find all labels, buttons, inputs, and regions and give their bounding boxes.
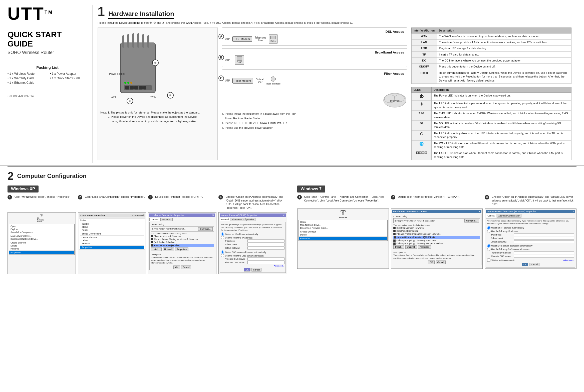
led-lan-icon: 🔲🔲🔲🔲 (412, 150, 432, 160)
xp-lac-disable[interactable]: Disable (80, 222, 144, 226)
led-2g-desc: The 2.4G LED indicator is on when 2.4GHz… (432, 110, 571, 120)
fiber-access-box: C Fiber Access UTP Fiber Modem Optical F… (222, 70, 407, 87)
win7-menu-map[interactable]: Map Network Drive... (299, 224, 388, 226)
win7-tcpip-cancel[interactable]: Cancel (529, 263, 539, 266)
dns2-input[interactable] (247, 261, 284, 264)
xp-tcpip-cancel[interactable]: Cancel (251, 268, 261, 272)
xp-screenshot-3: Local Area Connection Properties ✕ Gener… (148, 212, 216, 274)
xp-cb3[interactable] (151, 241, 153, 243)
xp-menu-rename[interactable]: Rename (9, 247, 74, 250)
win7-gateway[interactable] (514, 240, 574, 243)
xp-menu-search[interactable]: Search for Computers... (9, 231, 74, 234)
xp-cb2[interactable] (151, 238, 153, 240)
win7-dns2[interactable] (514, 255, 574, 258)
xp-lac-rename[interactable]: Rename (80, 242, 144, 245)
win7-tcpip-ok[interactable]: OK (522, 263, 528, 266)
win7-static-dns[interactable]: Use the following DNS server addresses: (487, 248, 574, 251)
internet-cloud-area: Internet (222, 91, 407, 109)
xp-menu-delete[interactable]: Delete (9, 244, 74, 247)
xp-cb4[interactable] (151, 244, 153, 246)
win7-cb1[interactable] (393, 227, 396, 229)
table-row: LAN These interfaces provide a LAN conne… (412, 39, 571, 45)
subnet-input[interactable] (247, 243, 284, 246)
win7-tab-alt[interactable]: Alternate Configuration (497, 214, 521, 218)
xp-static-dns-radio[interactable]: Use the following DNS server addresses: (221, 254, 284, 257)
win7-cb2[interactable] (393, 230, 396, 232)
led-5g-desc: The 5G LED indicator is on when 5GHz Wir… (432, 120, 571, 130)
xp-lac-props-tabs: General Advanced (149, 218, 215, 221)
win7-menu-properties[interactable]: Properties (299, 237, 388, 240)
win7-menu-disconnect[interactable]: Disconnect Network Drive... (299, 226, 388, 230)
xp-cb1[interactable] (151, 235, 153, 237)
win7-cb5[interactable] (393, 240, 396, 242)
xp-lac-shortcut[interactable]: Create Shortcut (80, 236, 144, 239)
xp-cancel-btn[interactable]: Cancel (181, 266, 191, 269)
svg-rect-11 (139, 86, 143, 90)
win7-configure-btn[interactable]: Configure... (464, 219, 479, 222)
dns1-input[interactable] (247, 258, 284, 260)
xp-menu-shortcut[interactable]: Create Shortcut (9, 241, 74, 244)
packing-item-1: • 1 x Wireless Router (8, 72, 45, 76)
xp-lac-repair[interactable]: Repair (80, 228, 144, 232)
xp-lac-bridge[interactable]: Bridge Connections (80, 232, 144, 235)
configure-button[interactable]: Configure... (198, 227, 213, 231)
win7-dns1[interactable] (514, 251, 574, 254)
win7-install-btn[interactable]: Install... (393, 245, 404, 249)
windows7-header: Windows 7 (297, 186, 325, 192)
svg-rect-32 (41, 215, 42, 216)
led-sys-icon: ✳ (412, 100, 432, 110)
xp-install-btn[interactable]: Install... (151, 248, 161, 251)
xp-properties-btn[interactable]: Properties (175, 248, 188, 251)
xp-menu-explore[interactable]: Explore (9, 228, 74, 231)
win7-cb4[interactable] (394, 236, 396, 238)
xp-tcpip-ok[interactable]: OK (244, 268, 250, 272)
svg-text:①: ① (169, 94, 172, 97)
win7-props-btn[interactable]: Properties (418, 245, 431, 249)
win7-menu-shortcut[interactable]: Create Shortcut (299, 230, 388, 233)
ip-input[interactable] (247, 240, 284, 242)
xp-menu-open[interactable]: Open (9, 225, 74, 228)
win7-tcpip-tabs: General Alternate Configuration (486, 214, 575, 218)
xp-lac-properties[interactable]: Properties (80, 246, 144, 249)
win7-ip-input[interactable] (514, 233, 574, 236)
win7-menu-delete[interactable]: Delete (299, 233, 388, 236)
xp-ok-btn[interactable]: OK (173, 266, 180, 269)
xp-menu-map[interactable]: Map Network Drive... (9, 234, 74, 238)
xp-static-ip-radio[interactable]: Use the following IP address: (221, 236, 284, 239)
gateway-input[interactable] (247, 246, 284, 250)
xp-obtain-ip-radio[interactable]: Obtain an IP address automatically (221, 232, 284, 236)
svg-text:②: ② (129, 100, 131, 102)
xp-lac-status[interactable]: Status (80, 226, 144, 228)
lan-desc: These interfaces provide a LAN connectio… (437, 39, 571, 45)
win7-obtain-dns[interactable]: Obtain DNS server addresses automaticall… (487, 244, 574, 248)
xp-screenshot-1: My Network Places Open Explore Search fo… (8, 212, 76, 274)
xp-menu-properties[interactable]: Properties (9, 251, 74, 254)
win7-advanced-link[interactable]: Advanced... (563, 259, 574, 261)
win7-lac-ok[interactable]: OK (428, 260, 434, 264)
advanced-link[interactable]: Advanced... (274, 265, 284, 267)
xp-obtain-dns-radio[interactable]: Obtain DNS server addresses automaticall… (221, 250, 284, 254)
xp-step-1: 1 Click "My Network Places", choose "Pro… (8, 195, 76, 210)
xp-screenshot-4: Internet Protocol(TCP/IP) Properties ✕ G… (218, 212, 287, 274)
win7-cb6[interactable] (393, 242, 396, 245)
xp-menu-disconnect[interactable]: Disconnect Network Drive... (9, 238, 74, 240)
win7-menu-open[interactable]: Open (299, 220, 388, 224)
win7-obtain-ip[interactable]: Obtain an IP address automatically (487, 226, 574, 230)
interface-tables: Interface/Button Description WAN The WAN… (411, 28, 571, 160)
section2-header: 2 Computer Configuration (8, 170, 576, 182)
description-col-header: Description (437, 28, 571, 33)
win7-static-ip[interactable]: Use the following IP address: (487, 230, 574, 233)
tab-alt-config[interactable]: Alternate Configuration (231, 218, 255, 221)
win7-validate-cb[interactable] (487, 258, 490, 262)
tab-general[interactable]: General (149, 218, 160, 221)
win7-tab-general[interactable]: General (486, 214, 496, 218)
win7-uninstall-btn[interactable]: Uninstall (405, 245, 417, 249)
xp-lac-delete[interactable]: Delete (80, 239, 144, 242)
win7-lac-cancel[interactable]: Cancel (436, 260, 446, 264)
win7-cb3[interactable] (393, 233, 396, 235)
led-wan-desc: The WAN LED indicator is on when Etherne… (432, 140, 571, 150)
win7-subnet[interactable] (514, 237, 574, 240)
tab-advanced[interactable]: Advanced (160, 218, 173, 221)
xp-uninstall-btn[interactable]: Uninstall (163, 248, 174, 251)
tab-general-tcpip[interactable]: General (220, 218, 230, 221)
